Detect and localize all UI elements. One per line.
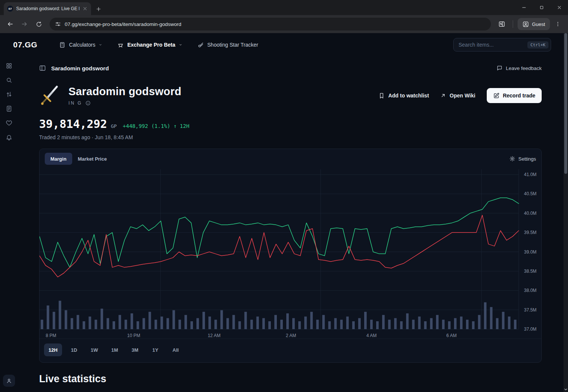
range-1w[interactable]: 1W <box>86 343 103 356</box>
price-chart[interactable]: 41.0M40.5M40.0M39.5M39.0M38.5M38.0M37.5M… <box>39 169 541 339</box>
search-placeholder: Search items... <box>459 42 494 48</box>
tab-favicon: 07 <box>7 6 13 12</box>
svg-text:6 AM: 6 AM <box>447 333 457 338</box>
page-scrollbar[interactable] <box>563 33 568 392</box>
left-rail <box>0 56 18 392</box>
svg-text:2 AM: 2 AM <box>286 333 296 338</box>
bookmark-icon <box>378 93 385 99</box>
open-wiki-button[interactable]: Open Wiki <box>440 93 475 99</box>
tab-close-icon[interactable] <box>82 6 88 11</box>
bell-icon[interactable] <box>6 134 12 141</box>
exchange-icon[interactable] <box>6 91 12 98</box>
reload-button[interactable] <box>32 18 45 30</box>
svg-text:12 AM: 12 AM <box>208 333 220 338</box>
dashboard-grid-icon[interactable] <box>6 62 12 69</box>
leave-feedback-label: Leave feedback <box>506 65 542 71</box>
window-controls <box>515 0 568 15</box>
breadcrumb-title: Saradomin godsword <box>51 65 109 71</box>
tab-market-price[interactable]: Market Price <box>72 153 112 165</box>
browser-toolbar: 07.gg/exchange-pro-beta/item/saradomin-g… <box>0 15 568 33</box>
back-button[interactable] <box>4 18 17 30</box>
record-trade-label: Record trade <box>503 93 535 99</box>
main-content: Saradomin godsword Leave feedback Sarado… <box>18 56 568 385</box>
guest-avatar-icon <box>522 21 529 27</box>
live-statistics-title: Live statistics <box>39 373 542 385</box>
range-12h[interactable]: 12H <box>44 343 62 356</box>
svg-text:37.5M: 37.5M <box>524 307 536 313</box>
tab-title: Saradomin godsword: Live GE P <box>16 6 79 11</box>
sidebar-toggle-icon[interactable] <box>39 65 46 71</box>
account-button[interactable] <box>3 375 15 387</box>
range-1m[interactable]: 1M <box>106 343 123 356</box>
chart-settings-button[interactable]: Settings <box>509 156 536 162</box>
leave-feedback-button[interactable]: Leave feedback <box>497 65 542 71</box>
tab-margin[interactable]: Margin <box>45 153 72 165</box>
range-1d[interactable]: 1D <box>66 343 82 356</box>
scrollbar-thumb[interactable] <box>564 33 567 174</box>
chart-settings-label: Settings <box>518 156 536 162</box>
guest-label: Guest <box>532 21 545 27</box>
svg-text:40.0M: 40.0M <box>524 211 536 216</box>
item-title: Saradomin godsword <box>68 85 181 98</box>
svg-text:40.5M: 40.5M <box>524 191 536 196</box>
item-subtitle: IN G <box>68 100 82 106</box>
document-icon[interactable] <box>6 105 12 112</box>
browser-menu-button[interactable] <box>551 18 564 30</box>
svg-text:41.0M: 41.0M <box>524 172 536 177</box>
change-period: 12H <box>180 123 189 129</box>
site-header: 07.GG Calculators Exchange Pro Beta Shoo… <box>0 33 568 56</box>
svg-text:39.5M: 39.5M <box>524 230 536 235</box>
record-trade-icon <box>493 93 500 99</box>
range-3m[interactable]: 3M <box>127 343 143 356</box>
chart-canvas[interactable]: 41.0M40.5M40.0M39.5M39.0M38.5M38.0M37.5M… <box>39 169 541 339</box>
scrollbar-down-arrow[interactable] <box>564 388 567 391</box>
nav-shooting-star[interactable]: Shooting Star Tracker <box>197 42 258 48</box>
search-input[interactable]: Search items... Ctrl+K <box>453 38 551 52</box>
svg-text:39.0M: 39.0M <box>524 249 536 255</box>
chevron-down-icon <box>179 43 182 47</box>
last-traded-text: Traded 2 minutes ago · Jun 18, 8:45 AM <box>39 134 542 140</box>
svg-text:37.0M: 37.0M <box>524 327 536 332</box>
forward-button[interactable] <box>18 18 31 30</box>
add-to-watchlist-label: Add to watchlist <box>388 93 429 99</box>
comet-icon <box>197 42 204 48</box>
side-panel-search-icon[interactable] <box>495 18 508 30</box>
browser-tab[interactable]: 07 Saradomin godsword: Live GE P <box>4 2 91 15</box>
info-icon[interactable] <box>85 100 91 106</box>
nav-calculators-label: Calculators <box>69 42 95 48</box>
nav-calculators[interactable]: Calculators <box>59 42 102 48</box>
record-trade-button[interactable]: Record trade <box>487 88 542 103</box>
open-wiki-label: Open Wiki <box>450 93 475 99</box>
window-close-button[interactable] <box>550 0 568 15</box>
window-maximize-button[interactable] <box>533 0 550 15</box>
range-1y[interactable]: 1Y <box>147 343 164 356</box>
item-image-sword <box>39 84 62 107</box>
add-to-watchlist-button[interactable]: Add to watchlist <box>378 93 429 99</box>
person-icon <box>6 378 12 384</box>
profile-button[interactable]: Guest <box>518 18 550 30</box>
url-text: 07.gg/exchange-pro-beta/item/saradomin-g… <box>65 21 181 27</box>
site-settings-icon[interactable] <box>55 21 61 27</box>
chart-card: Margin Market Price Settings 41.0M40.5M4… <box>39 149 542 363</box>
nav-exchange-pro-label: Exchange Pro Beta <box>127 42 175 48</box>
breadcrumb: Saradomin godsword Leave feedback <box>39 65 542 71</box>
toolbar-divider <box>513 20 513 28</box>
price-change: +448,992 (1.1%) ↑ 12H <box>123 123 189 129</box>
svg-text:38.0M: 38.0M <box>524 288 536 293</box>
search-icon[interactable] <box>6 77 12 84</box>
heart-icon[interactable] <box>6 120 12 126</box>
site-logo[interactable]: 07.GG <box>13 40 37 49</box>
change-arrow-icon: ↑ <box>173 123 176 129</box>
window-minimize-button[interactable] <box>515 0 533 15</box>
svg-text:4 AM: 4 AM <box>366 333 377 338</box>
nav-exchange-pro[interactable]: Exchange Pro Beta <box>117 42 182 48</box>
calculator-icon <box>59 42 65 48</box>
chart-card-header: Margin Market Price Settings <box>39 149 541 169</box>
range-all[interactable]: All <box>167 343 184 356</box>
url-bar[interactable]: 07.gg/exchange-pro-beta/item/saradomin-g… <box>50 18 491 30</box>
svg-text:8 PM: 8 PM <box>46 333 56 338</box>
price-block: 39,814,292 GP +448,992 (1.1%) ↑ 12H <box>39 117 542 131</box>
new-tab-button[interactable] <box>96 6 102 12</box>
chat-bubble-icon <box>497 65 503 71</box>
price-value: 39,814,292 <box>39 117 107 131</box>
